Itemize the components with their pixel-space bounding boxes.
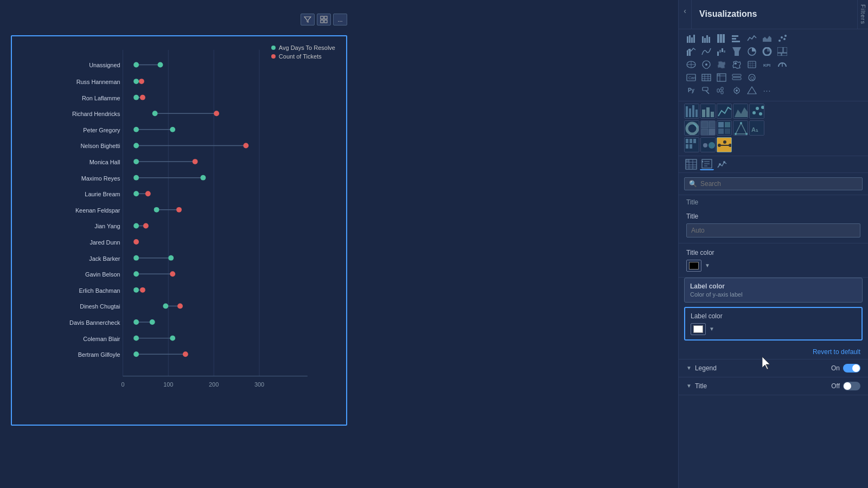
viz-icon-gauge[interactable] [775,59,789,70]
pattern-icon-12[interactable] [700,137,716,152]
title2-toggle[interactable]: Off [831,382,860,390]
svg-rect-157 [689,108,691,117]
viz-icon-matrix[interactable] [714,72,729,84]
svg-text:Maximo Reyes: Maximo Reyes [81,175,120,182]
svg-rect-87 [687,36,688,43]
viz-icon-map2[interactable] [699,59,713,70]
viz-icon-treemap[interactable] [775,46,789,57]
viz-icon-format[interactable] [700,158,714,170]
viz-icon-100-bar[interactable] [714,33,729,44]
pattern-icon-8[interactable] [717,120,732,136]
label-color-swatch[interactable] [691,323,706,335]
svg-rect-108 [717,52,719,56]
viz-icon-kpi[interactable]: KPI [760,59,774,70]
viz-icon-card[interactable]: Card [684,72,698,84]
viz-pattern-section: A₁ [679,101,868,156]
viz-icon-map1[interactable] [684,59,698,70]
search-input[interactable] [700,180,858,188]
pattern-icon-5[interactable] [749,104,764,119]
pattern-icon-2[interactable] [700,104,716,119]
viz-icon-python[interactable]: Py [684,85,698,97]
title2-chevron[interactable]: ▼ [686,383,692,389]
pattern-icon-7[interactable] [700,120,716,136]
viz-icon-smart[interactable]: Q [745,72,759,84]
title2-toggle-track[interactable] [843,382,860,390]
viz-icon-pie[interactable] [745,46,759,57]
svg-point-216 [719,163,721,165]
pattern-icon-active[interactable] [717,137,732,152]
search-container: 🔍 [679,173,868,195]
title-color-label: Title color [686,249,860,256]
title2-toggle-thumb [844,382,851,390]
back-arrow-button[interactable]: ‹ [679,0,692,29]
title-color-dropdown-arrow[interactable]: ▼ [705,262,710,268]
viz-icon-combo[interactable] [684,46,698,57]
svg-rect-92 [704,38,706,43]
svg-rect-138 [717,74,720,76]
viz-icon-azure-map[interactable] [730,59,744,70]
svg-rect-93 [706,35,708,43]
svg-line-144 [706,91,709,94]
svg-point-124 [735,62,737,65]
svg-rect-175 [701,121,708,128]
title-color-swatch[interactable] [686,260,701,272]
filter-button[interactable] [301,14,315,25]
viz-icon-waterfall[interactable] [714,46,729,57]
label-color-dropdown-arrow[interactable]: ▼ [709,326,714,332]
svg-point-11 [158,62,163,68]
svg-rect-182 [718,129,724,134]
legend-chevron[interactable]: ▼ [686,365,692,371]
viz-icon-line-chart[interactable] [745,33,759,44]
viz-icon-table[interactable] [699,72,713,84]
viz-icon-horizontal-bar[interactable] [730,33,744,44]
viz-icon-powerapp[interactable] [745,85,759,97]
search-input-wrapper[interactable]: 🔍 [684,177,863,190]
viz-icon-r-script[interactable] [699,85,713,97]
viz-icon-ribbon[interactable] [699,46,713,57]
svg-rect-156 [686,106,688,117]
viz-icon-scatter[interactable] [775,33,789,44]
svg-text:Bertram Gilfoyle: Bertram Gilfoyle [78,351,120,358]
pattern-icon-11[interactable] [684,137,699,152]
filters-tab[interactable]: Filters [857,0,868,29]
pattern-icon-1[interactable] [684,104,699,119]
viz-icon-clustered-bar[interactable] [699,33,713,44]
viz-icon-more-dots[interactable]: ··· [760,85,774,97]
viz-icon-funnel[interactable] [730,46,744,57]
title-input[interactable] [686,223,860,237]
legend-label: Legend [695,364,717,372]
more-button[interactable]: ... [333,14,347,25]
legend-toggle-track[interactable] [843,364,860,373]
viz-icon-stacked-bar[interactable] [684,33,698,44]
viz-icon-decomp-tree[interactable] [714,85,729,97]
legend-toggle[interactable]: On [831,364,860,373]
viz-icon-analytics[interactable] [716,158,730,170]
svg-rect-191 [686,139,688,143]
pattern-icon-3[interactable] [717,104,732,119]
viz-icon-shape-map[interactable] [745,59,759,70]
legend-section-title: ▼ Legend [686,364,717,372]
pattern-icon-10[interactable]: A₁ [749,120,764,136]
legend-section: ▼ Legend On [679,359,868,377]
svg-point-57 [168,255,174,261]
svg-point-18 [133,95,139,100]
pattern-icon-9[interactable] [733,120,748,136]
viz-icon-table2[interactable] [684,158,698,170]
svg-marker-101 [763,36,771,42]
svg-rect-145 [717,89,719,92]
viz-icon-slicer[interactable] [730,72,744,84]
viz-icon-donut[interactable] [760,46,774,57]
svg-rect-2 [321,20,323,23]
viz-icon-ai-insights[interactable] [730,85,744,97]
pattern-icon-4[interactable] [733,104,748,119]
legend-dot-avg [271,46,276,50]
viz-icon-filled-map[interactable] [714,59,729,70]
svg-rect-139 [732,74,741,76]
viz-icon-area-chart[interactable] [760,33,774,44]
revert-default-link[interactable]: Revert to default [679,345,868,359]
panel-title: Visualizations [692,4,857,24]
pattern-icon-6[interactable] [684,120,699,136]
expand-button[interactable] [317,14,331,25]
svg-point-197 [703,143,707,147]
legend-item-count: Count of Tickets [271,53,335,60]
